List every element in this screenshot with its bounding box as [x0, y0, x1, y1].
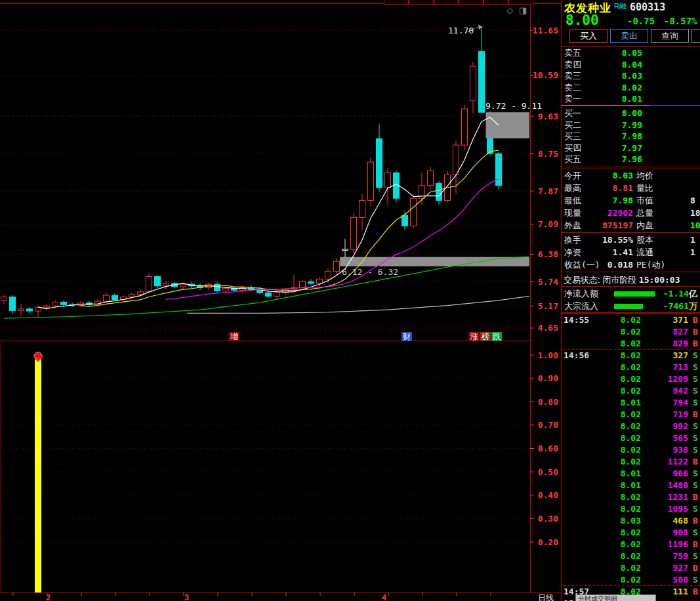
candle [334, 261, 340, 272]
period-label: 日线 [538, 593, 554, 601]
y-axis-label-lower: 1.00 [538, 350, 558, 360]
trading-terminal: { "top_menu": { "stub_count": 6, "diamon… [0, 0, 700, 601]
top-menu-stub[interactable] [434, 0, 459, 5]
tick-row: 8.021196B [562, 539, 700, 550]
trade-button[interactable]: 预警 [691, 29, 700, 43]
tick-volume: 111 [673, 586, 688, 598]
stat-label: 今开 [564, 170, 581, 182]
tick-volume: 719 [673, 409, 688, 421]
x-axis-label: 4 [382, 593, 386, 601]
price-change-pct: -8.57% [664, 16, 697, 26]
stats-divider [562, 272, 700, 272]
book-price: 8.02 [622, 82, 642, 94]
y-axis-label: 8.75 [538, 149, 558, 159]
book-price: 8.01 [622, 93, 642, 105]
flows-divider [562, 313, 700, 314]
candle [52, 302, 58, 306]
stat-value: 8.03 [613, 170, 633, 182]
top-menu-stub[interactable] [508, 0, 533, 5]
tick-side: B [693, 586, 698, 598]
stat-label: 流通 [636, 247, 653, 259]
split-panel-icon[interactable]: ◨ [519, 6, 527, 14]
diamond-icon[interactable]: ◇ [506, 6, 513, 14]
top-menu-stub[interactable] [459, 0, 484, 5]
ask-row: 卖四8.04 [562, 59, 700, 71]
book-price: 7.96 [622, 154, 642, 165]
tick-price: 8.02 [621, 409, 641, 421]
ask-row: 卖二8.02 [562, 82, 700, 94]
candle [351, 217, 357, 249]
tick-price: 8.02 [621, 350, 641, 362]
ask-row: 卖一8.01 [562, 93, 700, 105]
trade-button[interactable]: 查询 [651, 29, 689, 43]
stat-label: 外盘 [564, 220, 581, 232]
candle [453, 145, 459, 175]
book-level-label: 买二 [564, 119, 581, 131]
candle [274, 293, 280, 296]
bid-row: 买四7.97 [562, 142, 700, 154]
top-menu-stub[interactable] [384, 0, 409, 5]
stat-label: 均价 [636, 170, 653, 182]
candlestick-chart-svg[interactable]: 11.6510.599.638.757.877.096.385.745.174.… [0, 0, 562, 601]
book-level-label: 卖五 [564, 47, 581, 59]
MA-slow-white [188, 296, 529, 313]
tick-volume: 992 [673, 421, 688, 432]
tick-price: 8.02 [621, 421, 641, 432]
x-axis-label: 3 [184, 593, 189, 601]
tick-row: 8.021122B [562, 456, 700, 468]
tick-volume: 908 [673, 527, 688, 539]
indicator-tag-增[interactable]: 增 [229, 332, 239, 341]
y-axis-label-lower: 0.50 [538, 467, 558, 477]
indicator-tag-涨[interactable]: 涨 [469, 332, 480, 341]
candle [266, 293, 272, 296]
tick-row: 14:568.02327S [562, 350, 700, 362]
tick-volume: 942 [673, 385, 688, 397]
trade-button[interactable]: 卖出 [610, 29, 648, 43]
stat-label: 股本 [636, 234, 653, 246]
tick-row: 8.02827B [562, 326, 700, 338]
tick-price: 8.02 [621, 562, 641, 574]
stat-label: 现量 [564, 207, 581, 219]
tick-row: 8.02992S [562, 421, 700, 432]
indicator-tag-跌[interactable]: 跌 [491, 332, 502, 341]
top-menu-stub[interactable] [409, 0, 434, 5]
ask-row: 卖五8.05 [562, 47, 700, 59]
candle [377, 138, 382, 188]
y-axis-label: 7.09 [538, 219, 558, 229]
stats-row: 最低7.98市值8 [562, 195, 700, 207]
tick-price: 8.02 [621, 503, 641, 515]
stats-row: 收益(一)0.018PE(动) [562, 259, 700, 271]
book-level-label: 卖一 [564, 93, 581, 105]
stat-value: 1 [690, 234, 695, 246]
stat-label: 换手 [564, 234, 581, 246]
trade-button[interactable]: 买入 [569, 29, 607, 43]
tick-price: 8.02 [621, 314, 641, 326]
gap-annotation: 9.72 - 9.11 [485, 101, 542, 111]
ma-line-MA10 [81, 150, 499, 306]
book-level-label: 卖二 [564, 82, 581, 94]
tick-row: 8.02942S [562, 385, 700, 397]
stat-value: 1 [690, 247, 695, 259]
tick-row: 8.02759S [562, 550, 700, 562]
tick-volume: 794 [673, 397, 688, 409]
tick-time: 15 [564, 598, 574, 601]
stat-label: 内盘 [636, 220, 653, 232]
candle [232, 289, 237, 291]
tick-volume: 938 [673, 444, 688, 456]
candle [1, 297, 7, 300]
stats-row: 今开8.03均价 [562, 170, 700, 182]
stat-value: 8.81 [613, 182, 633, 194]
candle [470, 66, 476, 100]
top-menu-stub[interactable] [484, 0, 508, 5]
bid-row: 买三7.98 [562, 131, 700, 142]
indicator-tag-财[interactable]: 财 [401, 332, 412, 341]
y-axis-label-lower: 0.90 [538, 373, 558, 383]
tick-volume: 829 [673, 338, 688, 350]
stats-row: 换手18.55%股本1 [562, 234, 700, 246]
tick-row: 8.021095S [562, 503, 700, 515]
tick-volume: 927 [673, 562, 688, 574]
book-level-label: 卖三 [564, 70, 581, 82]
ask-row: 卖三8.03 [562, 70, 700, 82]
book-price: 7.99 [622, 119, 642, 131]
indicator-tag-榜[interactable]: 榜 [480, 332, 491, 341]
